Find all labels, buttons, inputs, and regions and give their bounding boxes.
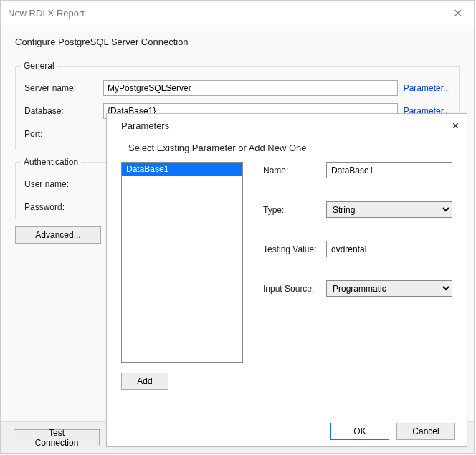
port-label: Port:: [24, 129, 103, 139]
cancel-button[interactable]: Cancel: [396, 423, 455, 440]
input-source-label: Input Source:: [263, 284, 326, 294]
page-subtitle: Configure PostgreSQL Server Connection: [1, 25, 474, 54]
list-item[interactable]: DataBase1: [122, 163, 242, 176]
auth-legend: Authentication: [21, 157, 81, 167]
parameter-listbox[interactable]: DataBase1: [121, 162, 243, 363]
type-label: Type:: [263, 205, 326, 215]
parameter-form: Name: Type: String Testing Value: Input …: [263, 162, 452, 390]
server-name-input[interactable]: [103, 80, 398, 96]
titlebar: New RDLX Report ✕: [1, 1, 474, 25]
database-label: Database:: [24, 106, 103, 116]
parameters-title: Parameters: [121, 120, 169, 131]
username-label: User name:: [24, 179, 103, 189]
window-title: New RDLX Report: [8, 8, 85, 19]
testing-value-input[interactable]: [326, 241, 452, 257]
server-name-label: Server name:: [24, 83, 103, 93]
type-select[interactable]: String: [326, 201, 452, 218]
input-source-select[interactable]: Programmatic: [326, 280, 452, 297]
parameters-dialog: Parameters ✕ Select Existing Parameter o…: [106, 113, 467, 447]
parameters-subtitle: Select Existing Parameter or Add New One: [107, 137, 467, 162]
parameters-bottom-bar: OK Cancel: [107, 416, 467, 446]
advanced-button[interactable]: Advanced...: [15, 226, 101, 244]
name-input[interactable]: [326, 162, 452, 178]
test-connection-button[interactable]: Test Connection: [14, 429, 100, 446]
general-legend: General: [21, 61, 57, 71]
password-label: Password:: [24, 202, 103, 212]
close-icon[interactable]: ✕: [449, 6, 467, 20]
parameters-close-icon[interactable]: ✕: [452, 120, 460, 131]
parameters-titlebar: Parameters ✕: [107, 114, 467, 137]
ok-button[interactable]: OK: [330, 423, 389, 440]
server-parameter-link[interactable]: Parameter...: [404, 83, 450, 93]
name-label: Name:: [263, 166, 326, 176]
add-button[interactable]: Add: [121, 373, 168, 390]
testing-value-label: Testing Value:: [263, 244, 326, 254]
